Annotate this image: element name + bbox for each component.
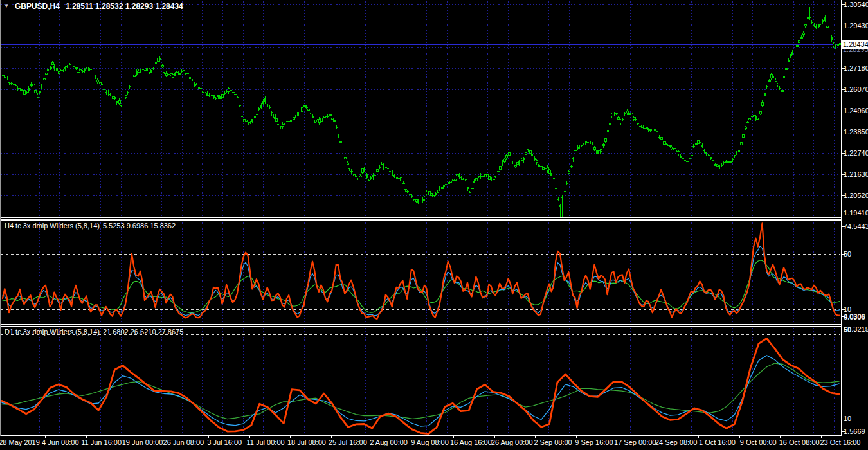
d1-mid-line: [2, 356, 839, 426]
price-axis-label: 1.24960: [844, 107, 868, 115]
indicator-h4-name: H4 tc 3x dmip Wilders (5,8,14): [5, 222, 100, 230]
price-axis-label: 1.21630: [844, 170, 868, 179]
indicator-axis-label: 1.5669: [844, 428, 865, 436]
indicator-h4-title: H4 tc 3x dmip Wilders (5,8,14) 5.5253 9.…: [5, 222, 176, 230]
indicator-d1-values: 21.6802 26.6210 27.8675: [103, 328, 183, 336]
indicator-h4-layer: [3, 223, 840, 319]
chart-title-ohlc: 1.28511 1.28532 1.28293 1.28434: [66, 2, 183, 11]
indicator-d1-layer: [2, 338, 839, 433]
price-axis-label: 1.20520: [844, 192, 868, 200]
time-axis-label: 23 Oct 16:00: [805, 438, 868, 446]
indicator-d1-name: D1 tc 3x dmip Wilders (5,8,14): [5, 328, 100, 336]
indicator-h4-values: 5.5253 9.6986 15.8362: [103, 222, 176, 230]
price-axis-label: 1.27180: [844, 64, 868, 73]
price-axis-label: 1.29430: [844, 22, 868, 30]
price-axis-label: 1.26070: [844, 86, 868, 94]
indicator-level-lines: [1, 255, 840, 419]
indicator-d1-title: D1 tc 3x dmip Wilders (5,8,14) 21.6802 2…: [5, 328, 183, 336]
chart-header: ▼ GBPUSD,H4 1.28511 1.28532 1.28293 1.28…: [4, 2, 183, 11]
chart-title-symbol: GBPUSD,H4: [15, 2, 60, 11]
price-axis-label: 1.23850: [844, 128, 868, 136]
price-axis-label: 1.30540: [844, 1, 868, 9]
d1-slow-line: [2, 363, 839, 419]
mt4-chart-window: ▼ GBPUSD,H4 1.28511 1.28532 1.28293 1.28…: [0, 0, 868, 450]
indicator-axis-label: 0.0306: [844, 313, 865, 321]
current-price-label: 1.28434: [842, 40, 868, 49]
frame-layer: [0, 0, 845, 438]
symbol-dropdown-icon[interactable]: ▼: [4, 3, 9, 10]
price-axis-label: 1.19410: [844, 209, 868, 217]
price-axis-label: 1.22740: [844, 149, 868, 158]
indicator-axis-label: 10: [844, 415, 851, 423]
h4-fast-line: [3, 223, 840, 319]
candles-layer: [2, 7, 841, 217]
indicator-axis-label: 58.3215: [844, 325, 868, 334]
indicator-axis-label: 74.5443: [844, 222, 868, 231]
d1-fast-line: [2, 338, 839, 433]
indicator-axis-label: 50: [844, 250, 851, 258]
